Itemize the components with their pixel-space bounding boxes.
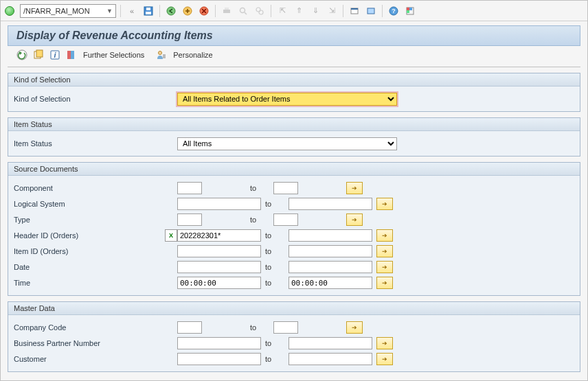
multiple-selection-button[interactable]	[376, 198, 393, 210]
svg-rect-20	[407, 10, 409, 13]
group-title: Kind of Selection	[8, 73, 580, 86]
svg-rect-6	[223, 10, 230, 13]
svg-rect-29	[163, 54, 166, 58]
nav-exit-icon[interactable]	[181, 4, 194, 18]
svg-rect-14	[368, 8, 374, 14]
header-id-from[interactable]	[177, 229, 261, 242]
page-title: Display of Revenue Accounting Items	[16, 30, 213, 42]
last-page-icon: ⇲	[325, 4, 339, 18]
to-label: to	[261, 263, 289, 271]
kind-label: Kind of Selection	[14, 95, 165, 103]
multiple-selection-button[interactable]	[376, 337, 393, 349]
type-from[interactable]	[177, 213, 202, 226]
field-label: Type	[14, 216, 165, 224]
execute-icon[interactable]	[16, 49, 28, 61]
svg-text:?: ?	[392, 8, 396, 14]
help-icon[interactable]: ?	[387, 4, 400, 18]
group-title: Source Documents	[8, 163, 580, 176]
customer-from[interactable]	[177, 353, 261, 365]
find-icon	[236, 4, 250, 18]
layout-icon[interactable]	[403, 4, 417, 18]
application-toolbar: i Further Selections Personalize	[8, 46, 580, 67]
logical-system-from[interactable]	[177, 198, 261, 210]
tcode-text: /NFARR_RAI_MON	[23, 7, 90, 15]
multiple-selection-button[interactable]	[346, 182, 363, 194]
field-label: Logical System	[14, 200, 165, 208]
svg-rect-19	[409, 8, 412, 10]
date-from[interactable]	[177, 261, 261, 273]
multiple-selection-button[interactable]	[346, 321, 363, 334]
to-label: to	[261, 200, 289, 208]
toolbar-separator	[159, 5, 160, 17]
company-code-from[interactable]	[177, 321, 202, 334]
svg-point-8	[240, 8, 245, 12]
nav-back-icon[interactable]	[164, 4, 178, 18]
svg-rect-23	[36, 50, 43, 57]
item-id-from[interactable]	[177, 245, 261, 257]
type-to[interactable]	[273, 213, 298, 226]
bpn-to[interactable]	[289, 337, 372, 349]
multiple-selection-button[interactable]	[376, 245, 393, 257]
to-label: to	[261, 339, 289, 347]
component-to[interactable]	[273, 182, 298, 194]
company-code-to[interactable]	[273, 321, 298, 334]
customer-to[interactable]	[289, 353, 372, 365]
group-title: Master Data	[8, 302, 580, 315]
find-next-icon	[253, 4, 267, 18]
header-id-to[interactable]	[289, 229, 372, 242]
nav-cancel-icon[interactable]	[197, 4, 211, 18]
selections-icon[interactable]	[65, 49, 78, 61]
field-label: Company Code	[14, 323, 165, 332]
component-from[interactable]	[177, 182, 202, 194]
personalize-icon[interactable]	[155, 49, 168, 61]
svg-rect-26	[67, 51, 71, 59]
svg-point-3	[167, 7, 175, 15]
logical-system-to[interactable]	[289, 198, 372, 210]
svg-rect-18	[407, 8, 409, 10]
svg-rect-27	[71, 51, 74, 59]
toolbar-separator	[120, 5, 121, 17]
svg-rect-1	[146, 12, 151, 14]
new-session-icon[interactable]	[348, 4, 361, 18]
time-from[interactable]	[177, 277, 261, 289]
field-label: Item ID (Orders)	[14, 247, 165, 255]
field-label: Time	[14, 279, 165, 287]
further-selections-link[interactable]: Further Selections	[83, 51, 144, 59]
to-label: to	[261, 231, 289, 240]
excel-icon[interactable]: X	[165, 229, 177, 242]
shortcut-icon[interactable]	[364, 4, 378, 18]
toolbar-separator	[215, 5, 216, 17]
tcode-input[interactable]: /NFARR_RAI_MON ▼	[20, 4, 116, 18]
to-label: to	[261, 279, 289, 287]
svg-rect-7	[225, 8, 229, 10]
back-icon[interactable]: «	[125, 4, 139, 18]
multiple-selection-button[interactable]	[376, 229, 393, 242]
status-select[interactable]: All Items	[177, 137, 397, 150]
first-page-icon: ⇱	[275, 4, 289, 18]
master-data-group: Master Data Company Code to Business Par…	[8, 301, 580, 372]
field-label: Header ID (Orders)	[14, 231, 165, 240]
personalize-link[interactable]: Personalize	[173, 51, 212, 59]
status-label: Item Status	[14, 139, 165, 148]
info-icon[interactable]: i	[49, 49, 61, 61]
svg-point-28	[159, 51, 162, 55]
to-label: to	[246, 323, 273, 332]
multiple-selection-button[interactable]	[376, 353, 393, 365]
to-label: to	[246, 216, 273, 224]
print-icon	[220, 4, 234, 18]
multiple-selection-button[interactable]	[376, 261, 393, 273]
svg-line-9	[245, 12, 247, 14]
multiple-selection-button[interactable]	[376, 277, 393, 289]
kind-select[interactable]: All Items Related to Order Items	[177, 93, 397, 106]
variant-icon[interactable]	[32, 49, 45, 61]
to-label: to	[246, 184, 273, 192]
bpn-from[interactable]	[177, 337, 261, 349]
svg-point-11	[259, 10, 263, 14]
save-icon[interactable]	[142, 4, 155, 18]
item-status-group: Item Status Item Status All Items	[8, 117, 580, 157]
multiple-selection-button[interactable]	[346, 213, 363, 226]
item-id-to[interactable]	[289, 245, 372, 257]
time-to[interactable]	[289, 277, 372, 289]
date-to[interactable]	[289, 261, 372, 273]
svg-rect-2	[146, 8, 150, 10]
